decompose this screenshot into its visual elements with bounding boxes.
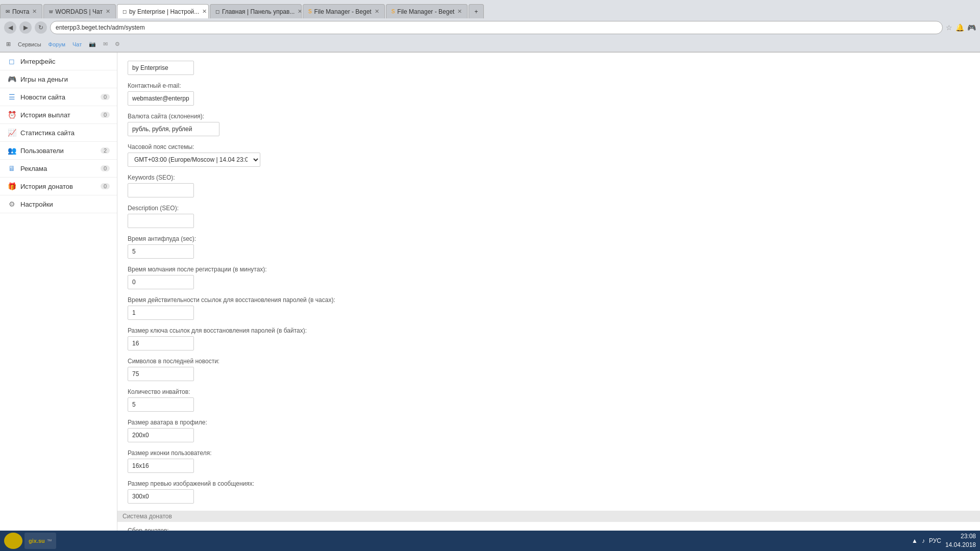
toolbar-forum[interactable]: Форум: [46, 40, 67, 48]
title-input[interactable]: [128, 61, 194, 75]
icon-size-input[interactable]: [128, 459, 194, 473]
settings-panel: Контактный e-mail: Валюта сайта (склонен…: [117, 53, 980, 533]
toolbar-chat[interactable]: Чат: [70, 40, 84, 48]
account-icon[interactable]: 🎮: [967, 23, 976, 32]
browser-chrome: ✉ Почта ✕ w WORDADS | Чат ✕ ◻ by Enterpr…: [0, 0, 980, 53]
users-badge: 2: [101, 147, 110, 154]
notifications-icon[interactable]: 🔔: [955, 23, 964, 32]
link-validity-group: Время действительности ссылок для восста…: [128, 296, 970, 320]
address-bar-row: ◀ ▶ ↻ ☆ 🔔 🎮: [0, 18, 980, 37]
tab-mail-label: Почта: [12, 8, 29, 15]
invites-label: Количество инвайтов:: [128, 388, 970, 395]
sidebar-stats-label: Статистика сайта: [20, 129, 75, 137]
silence-input[interactable]: [128, 275, 194, 289]
ads-icon: 🖥: [7, 164, 16, 172]
news-chars-label: Символов в последней новости:: [128, 358, 970, 365]
taskbar: © gix.su ™ ▲ ♪ РУС 23:08 14.04.2018: [0, 531, 980, 533]
timezone-select[interactable]: GMT+03:00 (Europe/Moscow | 14.04 23:07): [128, 153, 260, 167]
currency-label: Валюта сайта (склонения):: [128, 113, 970, 120]
tab-filemanager1-label: File Manager - Beget: [314, 8, 372, 15]
tab-main-label: Главная | Панель управ...: [222, 8, 295, 15]
enterprise-tab-icon: ◻: [122, 9, 127, 14]
preview-size-group: Размер превью изображений в сообщениях:: [128, 480, 970, 504]
antiflood-input[interactable]: [128, 244, 194, 259]
key-size-input[interactable]: [128, 336, 194, 350]
currency-input[interactable]: [128, 122, 219, 136]
tab-wordads[interactable]: w WORDADS | Чат ✕: [43, 4, 116, 18]
news-chars-input[interactable]: [128, 367, 194, 381]
news-badge: 0: [101, 94, 110, 100]
description-label: Description (SEO):: [128, 205, 970, 212]
ads-badge: 0: [101, 165, 110, 171]
tab-filemanager1-close[interactable]: ✕: [375, 8, 379, 15]
tab-enterprise-close[interactable]: ✕: [202, 8, 207, 15]
keywords-group: Keywords (SEO):: [128, 174, 970, 197]
sidebar-item-interface[interactable]: ◻ Интерфейс: [0, 53, 117, 70]
tab-enterprise-label: by Enterprise | Настрой...: [129, 8, 199, 15]
tab-main[interactable]: ◻ Главная | Панель управ... ✕: [210, 4, 302, 18]
sidebar-item-payouts[interactable]: ⏰ История выплат 0: [0, 106, 117, 124]
tab-mail-close[interactable]: ✕: [32, 8, 37, 15]
forward-button[interactable]: ▶: [19, 21, 32, 34]
tab-main-close[interactable]: ✕: [298, 8, 302, 15]
clock-time: 23:08: [945, 532, 976, 533]
sidebar-item-ads[interactable]: 🖥 Реклама 0: [0, 160, 117, 178]
toolbar-icon2: ✉: [101, 40, 110, 48]
toolbar-services[interactable]: Сервисы: [16, 40, 43, 48]
avatar-size-input[interactable]: [128, 428, 194, 442]
main-tab-icon: ◻: [215, 9, 219, 14]
mail-tab-icon: ✉: [6, 9, 10, 14]
tab-filemanager1[interactable]: S File Manager - Beget ✕: [303, 4, 385, 18]
sidebar-item-donations[interactable]: 🎁 История донатов 0: [0, 178, 117, 195]
donations-icon: 🎁: [7, 182, 16, 190]
donate-section-divider: Система донатов: [117, 511, 980, 522]
preview-size-input[interactable]: [128, 489, 194, 504]
sidebar-interface-label: Интерфейс: [20, 58, 55, 65]
description-input[interactable]: [128, 214, 194, 228]
payouts-icon: ⏰: [7, 111, 16, 119]
tab-enterprise[interactable]: ◻ by Enterprise | Настрой... ✕: [117, 4, 209, 18]
sidebar-item-stats[interactable]: 📈 Статистика сайта: [0, 124, 117, 142]
payouts-badge: 0: [101, 112, 110, 118]
antiflood-group: Время антифлуда (sec):: [128, 235, 970, 259]
taskbar-clock: 23:08 14.04.2018: [945, 532, 976, 533]
bookmark-icon[interactable]: ☆: [946, 23, 952, 32]
filemanager1-tab-icon: S: [308, 9, 312, 14]
filemanager2-tab-icon: S: [391, 9, 395, 14]
link-validity-input[interactable]: [128, 306, 194, 320]
silence-label: Время молчания после регистрации (в мину…: [128, 266, 970, 273]
sidebar-news-label: Новости сайта: [20, 93, 65, 101]
avatar-size-group: Размер аватара в профиле:: [128, 419, 970, 442]
refresh-button[interactable]: ↻: [35, 21, 47, 34]
news-chars-group: Символов в последней новости:: [128, 358, 970, 381]
timezone-group: Часовой пояс системы: GMT+03:00 (Europe/…: [128, 143, 970, 167]
sidebar-ads-label: Реклама: [20, 165, 47, 172]
sidebar-item-games[interactable]: 🎮 Игры на деньги: [0, 70, 117, 88]
sidebar-item-news[interactable]: ☰ Новости сайта 0: [0, 88, 117, 106]
description-group: Description (SEO):: [128, 205, 970, 228]
tab-wordads-close[interactable]: ✕: [106, 8, 110, 15]
invites-group: Количество инвайтов:: [128, 388, 970, 412]
invites-input[interactable]: [128, 397, 194, 412]
address-input[interactable]: [50, 21, 943, 34]
sidebar-item-settings[interactable]: ⚙ Настройки: [0, 195, 117, 213]
start-button[interactable]: ©: [4, 533, 22, 533]
back-button[interactable]: ◀: [4, 21, 16, 34]
toolbar-icon3: ⚙: [113, 40, 122, 48]
tab-new[interactable]: +: [469, 4, 484, 18]
avatar-size-label: Размер аватара в профиле:: [128, 419, 970, 426]
sidebar-settings-label: Настройки: [20, 201, 53, 208]
tab-filemanager2[interactable]: S File Manager - Beget ✕: [386, 4, 468, 18]
keywords-input[interactable]: [128, 183, 194, 197]
tab-mail[interactable]: ✉ Почта ✕: [0, 4, 42, 18]
taskbar-gixsu[interactable]: gix.su ™: [24, 533, 56, 533]
contact-email-group: Контактный e-mail:: [128, 82, 970, 106]
toolbar-apps-icon[interactable]: ⊞: [4, 40, 13, 48]
toolbar-row: ⊞ Сервисы Форум Чат 📷 ✉ ⚙: [0, 37, 980, 52]
silence-group: Время молчания после регистрации (в мину…: [128, 266, 970, 289]
antiflood-label: Время антифлуда (sec):: [128, 235, 970, 242]
contact-email-input[interactable]: [128, 91, 194, 106]
taskbar-sys-area: ▲ ♪ РУС 23:08 14.04.2018: [912, 532, 976, 533]
sidebar-item-users[interactable]: 👥 Пользователи 2: [0, 142, 117, 160]
tab-filemanager2-close[interactable]: ✕: [457, 8, 462, 15]
